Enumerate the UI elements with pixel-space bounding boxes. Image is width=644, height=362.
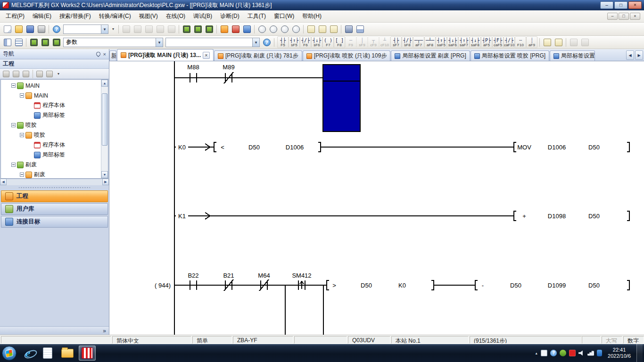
tab-prg-penjiao[interactable]: [PRG]读取 喷胶 (只读) 109步 — [303, 50, 391, 61]
mdi-minimize-button[interactable]: – — [607, 13, 618, 20]
rung-2[interactable]: K0 < D50 D1006 MOV D1006 D50 — [174, 142, 629, 152]
rung-1[interactable]: M88 M89 — [174, 64, 360, 132]
read-mode-button[interactable] — [579, 37, 590, 48]
tree-item[interactable]: MAIN — [1, 81, 101, 90]
menu-help[interactable]: 帮助(H) — [298, 10, 325, 22]
open-project-button[interactable] — [13, 24, 24, 34]
menu-window[interactable]: 窗口(W) — [270, 10, 298, 22]
rung-3[interactable]: K1 + D1098 D50 — [174, 211, 629, 221]
parameter-selector[interactable]: 参数 ▾ — [63, 38, 163, 47]
tree-new-button[interactable] — [1, 69, 11, 78]
ladder-symbol-sF5-button[interactable]: ┤↑├sF5 — [289, 36, 300, 48]
simulation-button[interactable] — [343, 24, 354, 34]
menu-online[interactable]: 在线(O) — [162, 10, 189, 22]
menu-tools[interactable]: 工具(T) — [244, 10, 270, 22]
save-project-button[interactable] — [25, 24, 35, 34]
monitor-write-button[interactable] — [241, 24, 252, 34]
expand-icon[interactable] — [20, 133, 24, 137]
hidden-icons-chevron-icon[interactable]: ▲ — [535, 352, 538, 355]
menu-view[interactable]: 视图(V) — [135, 10, 162, 22]
close-panel-icon[interactable]: × — [103, 52, 106, 57]
scroll-left-icon[interactable]: ◀ — [0, 179, 7, 185]
tree-item[interactable]: 剔废 — [1, 170, 101, 178]
bluetooth-icon[interactable] — [597, 350, 602, 356]
taskbar-notepad[interactable] — [39, 346, 56, 361]
menu-edit[interactable]: 编辑(E) — [29, 10, 55, 22]
scroll-down-icon[interactable]: ▼ — [101, 171, 108, 178]
program-selector[interactable]: ▾ — [63, 25, 108, 34]
device-display-b-button[interactable] — [40, 37, 50, 48]
minimize-button[interactable]: – — [600, 1, 613, 9]
taskbar-explorer[interactable] — [59, 346, 76, 361]
window-layout-button[interactable] — [355, 24, 365, 34]
menu-debug[interactable]: 调试(B) — [190, 10, 216, 22]
mdi-close-button[interactable]: × — [630, 13, 640, 20]
tab-label-tifei[interactable]: 局部标签设置 剔废 [PRG] — [391, 50, 470, 61]
ladder-symbol-cF10-button[interactable]: ┴cF10 — [379, 36, 390, 48]
expand-icon[interactable] — [20, 93, 24, 98]
expand-icon[interactable] — [11, 163, 16, 167]
undo-button[interactable] — [155, 24, 165, 34]
tray-melsoft-icon[interactable] — [569, 350, 576, 356]
tree-item[interactable]: 局部标签 — [1, 110, 101, 120]
device-comment-button[interactable] — [305, 24, 316, 34]
ladder-symbol-F6-button[interactable]: ┤/├F6 — [300, 36, 311, 48]
tree-filter-button[interactable] — [35, 69, 44, 78]
tab-clipped[interactable]: 新 — [109, 50, 116, 61]
show-desktop-button[interactable] — [636, 344, 643, 362]
ladder-symbol-aF5-button[interactable]: ┤P├aF5 — [481, 36, 492, 48]
tree-item[interactable]: MAIN — [1, 90, 101, 100]
tree-item[interactable]: 局部标签 — [1, 150, 101, 160]
ladder-symbol-sF6-button[interactable]: ┤↓├sF6 — [311, 36, 322, 48]
ladder-symbol-F7-button[interactable]: ( )F7 — [322, 36, 334, 48]
taskbar-internet-explorer[interactable]: e — [19, 346, 36, 361]
pin-icon[interactable] — [95, 51, 101, 57]
more-views-icon[interactable]: » — [103, 328, 106, 334]
rung-4[interactable]: ( 944) B22 B21 M64 — [155, 272, 629, 335]
paste-button[interactable] — [143, 24, 154, 34]
ladder-symbol-F8-button[interactable]: [ ]F8 — [334, 36, 345, 48]
ladder-symbol-aF9-button[interactable]: ┊aF9 — [526, 36, 537, 48]
tree-item[interactable]: 程序本体 — [1, 140, 101, 150]
expand-icon[interactable] — [11, 83, 16, 88]
verify-with-plc-button[interactable] — [204, 24, 215, 34]
target-selector[interactable]: ▾ — [165, 38, 260, 47]
ladder-editor[interactable]: M88 M89 K0 < — [109, 61, 644, 335]
monitor-stop-button[interactable] — [230, 24, 241, 34]
tree-item[interactable]: 程序本体 — [1, 100, 101, 110]
navigation-window-button[interactable] — [2, 37, 13, 48]
help-button[interactable] — [51, 24, 62, 34]
ladder-symbol-F5-button[interactable]: ┤├F5 — [277, 36, 289, 48]
restore-button[interactable]: □ — [614, 1, 627, 9]
redo-button[interactable] — [166, 24, 177, 34]
selection-cursor[interactable] — [323, 65, 360, 132]
tab-prg-main[interactable]: [PRG]读取 MAIN (只读) 13... × — [117, 49, 214, 61]
zoom-out-button[interactable] — [268, 24, 279, 34]
ladder-symbol-caF10-button[interactable]: ┤/├caF10 — [504, 36, 515, 48]
close-tab-icon[interactable]: × — [203, 52, 210, 59]
expand-icon[interactable] — [11, 123, 16, 127]
ladder-symbol-F10-button[interactable]: ╌F10 — [515, 36, 526, 48]
ladder-symbol-sF9-button[interactable]: │sF9 — [356, 36, 368, 48]
ladder-symbol-saF5-button[interactable]: ┤↑├saF5 — [436, 36, 447, 48]
tab-label-penjiao[interactable]: 局部标签设置 喷胶 [PRG] — [471, 50, 549, 61]
tray-help-icon[interactable] — [550, 350, 557, 356]
scrollbar-thumb[interactable] — [102, 93, 107, 146]
view-button-connection-target[interactable]: 连接目标 — [1, 216, 108, 228]
tree-toolbar-dropdown-icon[interactable]: ▾ — [55, 69, 62, 79]
network-icon[interactable] — [587, 351, 594, 356]
menu-convert-compile[interactable]: 转换/编译(C) — [95, 10, 135, 22]
device-display-c-button[interactable] — [51, 37, 62, 48]
edit-mode-button[interactable] — [568, 37, 579, 48]
tree-vertical-scrollbar[interactable]: ▲ ▼ — [101, 80, 108, 178]
tree-item[interactable]: 喷胶 — [1, 120, 101, 130]
statement-edit-button[interactable] — [542, 37, 553, 48]
start-button[interactable] — [2, 346, 17, 361]
check-program-button[interactable] — [261, 37, 272, 48]
tab-scroll-left-button[interactable]: ◀ — [626, 50, 634, 60]
outline-window-button[interactable] — [13, 37, 24, 48]
ladder-symbol-F9-button[interactable]: ─F9 — [345, 36, 356, 48]
panel-splitter[interactable] — [19, 185, 90, 190]
ladder-symbol-cF9-button[interactable]: ┬cF9 — [368, 36, 379, 48]
ladder-symbol-aF8-button[interactable]: ─┴─aF8 — [424, 36, 436, 48]
